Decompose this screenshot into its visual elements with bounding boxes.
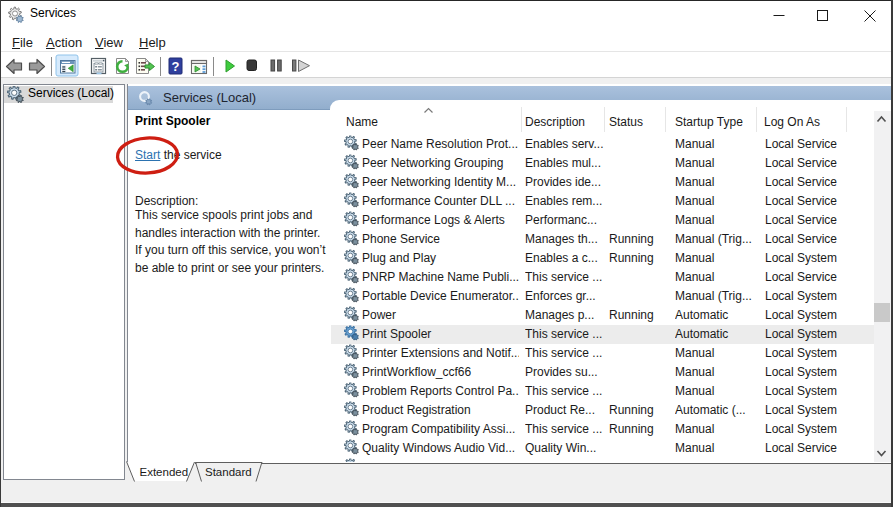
svg-text:?: ? <box>172 59 180 74</box>
